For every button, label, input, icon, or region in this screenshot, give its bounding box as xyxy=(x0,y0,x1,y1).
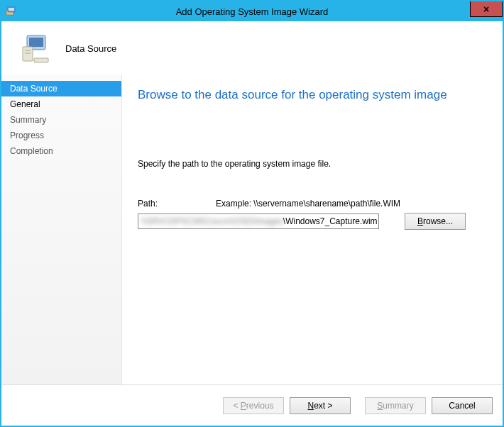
sidebar-item-label: Completion xyxy=(10,146,53,156)
main-panel: Browse to the data source for the operat… xyxy=(122,75,503,384)
svg-rect-2 xyxy=(9,8,14,11)
close-icon: × xyxy=(483,4,489,15)
titlebar: Add Operating System Image Wizard × xyxy=(1,1,503,21)
wizard-steps-sidebar: Data Source General Summary Progress Com… xyxy=(1,75,122,384)
svg-rect-4 xyxy=(29,38,43,47)
path-value-clear: \Windows7_Capture.wim xyxy=(283,216,378,226)
page-header: Data Source xyxy=(1,21,503,75)
wizard-body: Data Source General Summary Progress Com… xyxy=(1,75,503,384)
summary-button: Summary xyxy=(365,397,426,414)
sidebar-item-completion[interactable]: Completion xyxy=(1,143,121,159)
sidebar-item-progress[interactable]: Progress xyxy=(1,128,121,143)
cancel-button[interactable]: Cancel xyxy=(432,397,493,414)
wizard-window: Add Operating System Image Wizard × Data… xyxy=(0,0,504,427)
next-button[interactable]: Next > xyxy=(290,397,351,414)
sidebar-item-summary[interactable]: Summary xyxy=(1,112,121,128)
sidebar-item-label: Summary xyxy=(10,115,46,125)
previous-button: < Previous xyxy=(223,397,284,414)
path-example: Example: \\servername\sharename\path\fil… xyxy=(216,199,400,209)
computer-icon xyxy=(18,31,53,65)
sidebar-item-label: Data Source xyxy=(10,84,57,94)
path-label: Path: xyxy=(138,199,216,209)
browse-button[interactable]: Browse... xyxy=(405,213,466,230)
path-input-row: \\SRVCDPSCM01\sccm\OSD\Images\Windows7_C… xyxy=(138,213,487,230)
wizard-footer: < Previous Next > Summary Cancel xyxy=(1,384,503,426)
sidebar-item-label: General xyxy=(10,99,40,109)
path-input[interactable]: \\SRVCDPSCM01\sccm\OSD\Images\Windows7_C… xyxy=(138,214,379,229)
svg-rect-8 xyxy=(34,58,48,62)
main-heading: Browse to the data source for the operat… xyxy=(138,88,487,102)
close-button[interactable]: × xyxy=(470,1,503,17)
svg-rect-6 xyxy=(25,50,31,51)
page-title: Data Source xyxy=(65,43,116,54)
window-title: Add Operating System Image Wizard xyxy=(176,6,329,17)
path-value-obscured: \\SRVCDPSCM01\sccm\OSD\Images xyxy=(141,216,283,226)
svg-rect-7 xyxy=(25,52,31,54)
instruction-text: Specify the path to the operating system… xyxy=(138,159,487,169)
sidebar-item-data-source[interactable]: Data Source xyxy=(1,81,121,96)
sidebar-item-general[interactable]: General xyxy=(1,96,121,112)
app-icon xyxy=(6,6,17,17)
sidebar-item-label: Progress xyxy=(10,131,44,140)
path-label-row: Path: Example: \\servername\sharename\pa… xyxy=(138,199,487,209)
